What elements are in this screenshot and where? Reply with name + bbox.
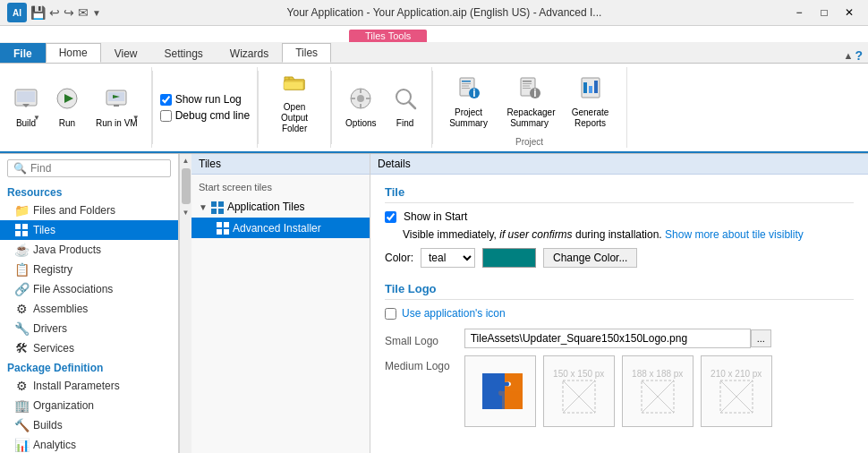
change-color-button[interactable]: Change Color...	[543, 248, 637, 268]
quick-mail-icon[interactable]: ✉	[78, 5, 89, 20]
sidebar-item-services[interactable]: 🛠 Services	[0, 338, 178, 358]
sidebar-item-builds[interactable]: 🔨 Builds	[0, 415, 178, 435]
quick-dropdown-icon[interactable]: ▼	[92, 8, 101, 18]
preview-150-border	[561, 379, 597, 415]
tab-tiles[interactable]: Tiles	[282, 43, 331, 63]
project-summary-button[interactable]: i Project Summary	[440, 71, 498, 133]
options-button[interactable]: Options	[339, 76, 382, 139]
run-button[interactable]: Run	[48, 76, 86, 139]
project-summary-label: Project Summary	[447, 107, 491, 129]
show-run-log-row: Show run Log	[160, 93, 250, 106]
sidebar-item-file-assoc[interactable]: 🔗 File Associations	[0, 279, 178, 299]
ribbon-group-build: Build ▼ Run	[0, 67, 152, 148]
sidebar-item-assemblies[interactable]: ⚙ Assemblies	[0, 299, 178, 319]
help-icon[interactable]: ?	[855, 48, 863, 63]
visible-text-2: during installation.	[573, 228, 662, 241]
tile-section-title: Tile	[385, 185, 854, 203]
sidebar-item-analytics[interactable]: 📊 Analytics	[0, 435, 178, 453]
tree-item-app-tiles[interactable]: ▼ Application Tiles	[191, 196, 370, 218]
show-run-log-checkbox[interactable]	[160, 94, 172, 106]
tab-home[interactable]: Home	[46, 43, 101, 63]
repackager-icon: i	[517, 75, 542, 106]
repackager-summary-button[interactable]: i Repackager Summary	[501, 71, 558, 133]
build-icon	[13, 86, 38, 116]
find-button[interactable]: Find	[387, 76, 424, 139]
scroll-thumb[interactable]	[182, 168, 191, 204]
svg-rect-36	[594, 81, 598, 93]
builds-icon: 🔨	[14, 418, 29, 432]
svg-text:i: i	[472, 87, 475, 99]
tab-file[interactable]: File	[0, 43, 46, 63]
debug-cmd-checkbox[interactable]	[160, 110, 172, 122]
tab-view[interactable]: View	[101, 43, 151, 63]
app-icon: AI	[7, 3, 27, 22]
project-group-items: i Project Summary	[440, 71, 619, 133]
svg-rect-10	[284, 81, 303, 90]
file-assoc-label: File Associations	[33, 283, 113, 295]
quick-undo-icon[interactable]: ↩	[49, 5, 60, 20]
start-screen-tiles-label: Start screen tiles	[191, 178, 370, 196]
sidebar-scroll[interactable]: Resources 📁 Files and Folders Tiles ☕ Ja…	[0, 183, 178, 453]
generate-reports-button[interactable]: Generate Reports	[562, 71, 619, 133]
preview-210-border	[719, 379, 754, 415]
search-input[interactable]	[30, 162, 165, 175]
open-output-folder-button[interactable]: Open Output Folder	[266, 71, 323, 133]
color-select[interactable]: teal blue green red	[421, 248, 475, 268]
tile-preview-210: 210 x 210 px	[701, 355, 772, 427]
color-row: Color: teal blue green red Change Color.…	[385, 248, 854, 268]
quick-save-icon[interactable]: 💾	[30, 5, 46, 20]
log-group-items: Show run Log Debug cmd line	[160, 71, 250, 144]
search-box[interactable]: 🔍	[7, 159, 171, 177]
ribbon-collapse-icon[interactable]: ▲	[844, 50, 854, 61]
open-folder-icon	[282, 70, 307, 100]
generate-reports-label: Generate Reports	[568, 107, 613, 129]
sidebar-item-tiles[interactable]: Tiles	[0, 220, 178, 240]
sidebar-item-java[interactable]: ☕ Java Products	[0, 240, 178, 260]
sidebar-item-install-params[interactable]: ⚙ Install Parameters	[0, 376, 178, 396]
show-in-start-label[interactable]: Show in Start	[404, 210, 467, 223]
show-run-log-label[interactable]: Show run Log	[175, 93, 242, 106]
sidebar-item-organization[interactable]: 🏢 Organization	[0, 396, 178, 415]
tab-wizards[interactable]: Wizards	[217, 43, 282, 63]
logo-browse-button[interactable]: ...	[751, 329, 771, 347]
use-app-icon-checkbox[interactable]	[385, 308, 396, 320]
window-controls: − □ ✕	[787, 4, 861, 21]
debug-cmd-label[interactable]: Debug cmd line	[175, 109, 250, 122]
quick-redo-icon[interactable]: ↪	[64, 5, 74, 20]
sidebar-item-registry[interactable]: 📋 Registry	[0, 260, 178, 279]
details-content: Tile Show in Start Visible immediately, …	[370, 175, 868, 438]
expand-icon: ▼	[199, 202, 208, 212]
ribbon-area: Tiles Tools File Home View Settings Wiza…	[0, 26, 868, 154]
show-more-link[interactable]: Show more about tile visiblity	[665, 228, 804, 241]
scroll-up-button[interactable]: ▲	[180, 154, 192, 167]
files-folders-label: Files and Folders	[33, 204, 115, 217]
run-vm-button[interactable]: Run in VM ▼	[89, 76, 144, 139]
analytics-label: Analytics	[33, 439, 76, 451]
visible-italic: if user confirms	[499, 228, 572, 241]
close-button[interactable]: ✕	[838, 4, 861, 21]
tab-settings[interactable]: Settings	[150, 43, 216, 63]
tree-item-advanced-installer[interactable]: Advanced Installer	[191, 218, 370, 238]
minimize-button[interactable]: −	[787, 4, 811, 21]
options-group-items: Options Find	[339, 71, 423, 144]
package-def-label: Package Definition	[0, 358, 178, 376]
sidebar-item-drivers[interactable]: 🔧 Drivers	[0, 319, 178, 338]
use-app-icon-label[interactable]: Use application's icon	[402, 307, 506, 320]
tiles-tools-label: Tiles Tools	[349, 30, 427, 42]
drivers-icon: 🔧	[14, 321, 29, 336]
window-title: Your Application - Your Application.aip …	[101, 6, 787, 19]
scroll-down-button[interactable]: ▼	[180, 206, 192, 218]
show-in-start-checkbox[interactable]	[385, 211, 396, 223]
builds-label: Builds	[33, 419, 63, 432]
build-button[interactable]: Build ▼	[7, 76, 45, 139]
color-label: Color:	[385, 252, 413, 264]
svg-rect-28	[523, 83, 532, 84]
sidebar-item-files-folders[interactable]: 📁 Files and Folders	[0, 201, 178, 220]
services-icon: 🛠	[14, 341, 29, 355]
project-group-label: Project	[515, 133, 543, 147]
svg-rect-35	[589, 86, 592, 93]
logo-path-input[interactable]	[464, 329, 751, 348]
svg-rect-47	[217, 229, 222, 235]
restore-button[interactable]: □	[813, 4, 836, 21]
svg-rect-42	[218, 201, 224, 207]
